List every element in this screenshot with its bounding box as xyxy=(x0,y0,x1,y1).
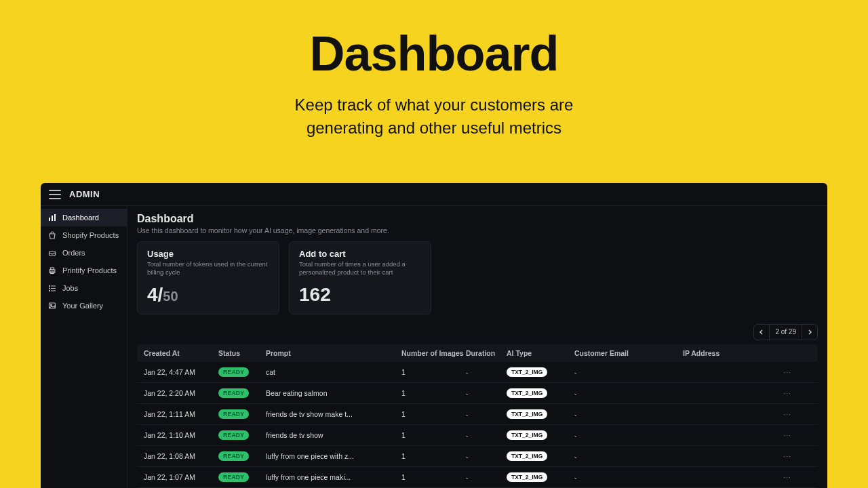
status-badge: READY xyxy=(218,388,249,398)
menu-icon[interactable] xyxy=(49,190,61,199)
sidebar-item-dashboard[interactable]: Dashboard xyxy=(41,209,127,226)
sidebar-item-label: Your Gallery xyxy=(62,302,103,310)
cell-status: READY xyxy=(218,430,266,440)
cell-created: Jan 22, 2:20 AM xyxy=(144,389,218,397)
aitype-badge: TXT_2_IMG xyxy=(507,430,547,440)
sidebar-item-shopify-products[interactable]: Shopify Products xyxy=(41,226,127,244)
hero-subtitle: Keep track of what your customers are ge… xyxy=(0,94,868,139)
col-images: Number of Images xyxy=(401,349,466,357)
cell-email: - xyxy=(574,368,683,376)
cell-status: READY xyxy=(218,388,266,398)
usage-subtitle: Total number of tokens used in the curre… xyxy=(147,260,269,277)
usage-card: Usage Total number of tokens used in the… xyxy=(137,241,279,314)
cell-prompt: Bear eating salmon xyxy=(266,389,401,397)
list-icon xyxy=(47,283,57,293)
pager-prev-button[interactable] xyxy=(754,325,769,340)
svg-rect-1 xyxy=(52,216,53,221)
row-actions-button[interactable]: ··· xyxy=(764,410,791,418)
cell-aitype: TXT_2_IMG xyxy=(507,430,574,440)
cart-card: Add to cart Total number of times a user… xyxy=(289,241,431,314)
cell-aitype: TXT_2_IMG xyxy=(507,451,574,461)
cell-status: READY xyxy=(218,472,266,482)
table-row: Jan 22, 1:11 AMREADYfriends de tv show m… xyxy=(137,404,818,425)
row-actions-button[interactable]: ··· xyxy=(764,368,791,376)
sidebar-item-printify-products[interactable]: Printify Products xyxy=(41,262,127,279)
cart-subtitle: Total number of times a user added a per… xyxy=(299,260,421,277)
svg-rect-12 xyxy=(51,291,56,291)
cell-status: READY xyxy=(218,367,266,377)
sidebar-item-label: Jobs xyxy=(62,284,78,292)
cell-duration: - xyxy=(466,452,507,460)
cell-images: 1 xyxy=(401,473,466,481)
table-row: Jan 22, 4:47 AMREADYcat1-TXT_2_IMG-··· xyxy=(137,362,818,383)
generations-table: Created At Status Prompt Number of Image… xyxy=(137,344,818,488)
usage-value: 4/50 xyxy=(147,284,269,306)
status-badge: READY xyxy=(218,367,249,377)
table-row: Jan 22, 2:20 AMREADYBear eating salmon1-… xyxy=(137,383,818,404)
bar-chart-icon xyxy=(47,213,57,222)
col-created: Created At xyxy=(144,349,218,357)
sidebar-item-label: Dashboard xyxy=(62,214,99,222)
row-actions-button[interactable]: ··· xyxy=(764,473,791,481)
sidebar: Dashboard Shopify Products Orders Printi… xyxy=(41,206,127,488)
aitype-badge: TXT_2_IMG xyxy=(507,409,547,419)
cell-aitype: TXT_2_IMG xyxy=(507,388,574,398)
cell-created: Jan 22, 1:08 AM xyxy=(144,452,218,460)
image-icon xyxy=(47,301,57,310)
cell-duration: - xyxy=(466,389,507,397)
status-badge: READY xyxy=(218,409,249,419)
row-actions-button[interactable]: ··· xyxy=(764,431,791,439)
printer-icon xyxy=(47,266,57,275)
col-email: Customer Email xyxy=(574,349,683,357)
cell-status: READY xyxy=(218,451,266,461)
row-actions-button[interactable]: ··· xyxy=(764,389,791,397)
col-duration: Duration xyxy=(466,349,507,357)
aitype-badge: TXT_2_IMG xyxy=(507,451,547,461)
cell-created: Jan 22, 1:11 AM xyxy=(144,410,218,418)
sidebar-item-orders[interactable]: Orders xyxy=(41,244,127,262)
cell-aitype: TXT_2_IMG xyxy=(507,367,574,377)
cell-prompt: cat xyxy=(266,368,401,376)
status-badge: READY xyxy=(218,430,249,440)
cell-email: - xyxy=(574,389,683,397)
brand-label: ADMIN xyxy=(69,189,100,199)
cell-duration: - xyxy=(466,368,507,376)
cell-email: - xyxy=(574,410,683,418)
cell-images: 1 xyxy=(401,410,466,418)
cell-prompt: luffy from one piece with z... xyxy=(266,452,401,460)
table-row: Jan 22, 1:07 AMREADYluffy from one piece… xyxy=(137,467,818,488)
pager-label: 2 of 29 xyxy=(769,325,802,340)
cart-title: Add to cart xyxy=(299,249,421,259)
pager-next-button[interactable] xyxy=(802,325,817,340)
col-prompt: Prompt xyxy=(266,349,401,357)
cell-aitype: TXT_2_IMG xyxy=(507,409,574,419)
cell-images: 1 xyxy=(401,368,466,376)
cell-duration: - xyxy=(466,473,507,481)
inbox-icon xyxy=(47,248,57,258)
chevron-left-icon xyxy=(759,329,764,335)
cell-prompt: friends de tv show make t... xyxy=(266,410,401,418)
hero-title: Dashboard xyxy=(0,26,868,81)
cell-images: 1 xyxy=(401,452,466,460)
svg-rect-7 xyxy=(49,285,50,287)
svg-rect-11 xyxy=(49,290,50,291)
svg-rect-5 xyxy=(51,268,54,270)
sidebar-item-label: Printify Products xyxy=(62,266,117,274)
table-row: Jan 22, 1:10 AMREADYfriends de tv show1-… xyxy=(137,425,818,446)
bag-icon xyxy=(47,230,57,240)
sidebar-item-gallery[interactable]: Your Gallery xyxy=(41,297,127,314)
svg-rect-8 xyxy=(51,286,56,287)
col-status: Status xyxy=(218,349,266,357)
cell-email: - xyxy=(574,452,683,460)
cell-duration: - xyxy=(466,431,507,439)
main-content: Dashboard Use this dashboard to monitor … xyxy=(127,206,827,488)
topbar: ADMIN xyxy=(41,183,827,206)
sidebar-item-jobs[interactable]: Jobs xyxy=(41,279,127,297)
cell-created: Jan 22, 1:10 AM xyxy=(144,431,218,439)
svg-rect-0 xyxy=(49,218,50,221)
col-ip: IP Address xyxy=(683,349,764,357)
chevron-right-icon xyxy=(807,329,812,335)
row-actions-button[interactable]: ··· xyxy=(764,452,791,460)
admin-panel: ADMIN Dashboard Shopify Products Orders xyxy=(41,183,827,488)
cell-created: Jan 22, 1:07 AM xyxy=(144,473,218,481)
